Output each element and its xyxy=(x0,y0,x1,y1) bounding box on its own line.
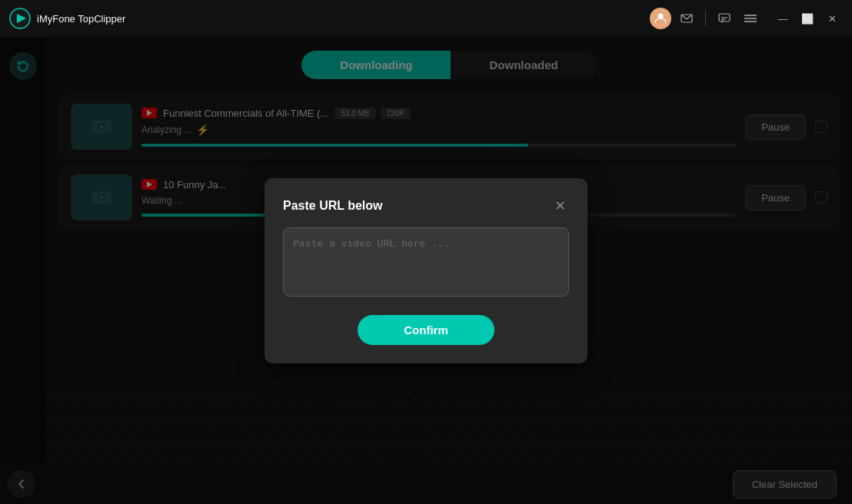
app-title: iMyFone TopClipper xyxy=(37,13,125,25)
main-area: Downloading Downloaded xyxy=(0,37,852,504)
modal-header: Paste URL below ✕ xyxy=(283,197,569,215)
paste-url-modal: Paste URL below ✕ Confirm xyxy=(265,178,587,363)
maximize-button[interactable]: ⬜ xyxy=(797,8,818,29)
title-right: — ⬜ ✕ xyxy=(650,8,843,29)
title-left: iMyFone TopClipper xyxy=(9,8,125,29)
message-icon-btn[interactable] xyxy=(714,8,735,29)
app-logo xyxy=(9,8,31,29)
window-controls: — ⬜ ✕ xyxy=(772,8,843,29)
modal-close-button[interactable]: ✕ xyxy=(551,197,569,215)
title-divider xyxy=(705,11,706,26)
user-icon-btn[interactable] xyxy=(650,8,671,29)
title-bar: iMyFone TopClipper xyxy=(0,0,852,37)
confirm-button[interactable]: Confirm xyxy=(358,315,494,345)
menu-icon-btn[interactable] xyxy=(740,8,761,29)
mail-icon-btn[interactable] xyxy=(676,8,697,29)
modal-overlay[interactable]: Paste URL below ✕ Confirm xyxy=(0,37,852,504)
close-button[interactable]: ✕ xyxy=(821,8,843,29)
modal-title: Paste URL below xyxy=(283,199,383,213)
url-input[interactable] xyxy=(283,227,569,297)
minimize-button[interactable]: — xyxy=(772,8,794,29)
